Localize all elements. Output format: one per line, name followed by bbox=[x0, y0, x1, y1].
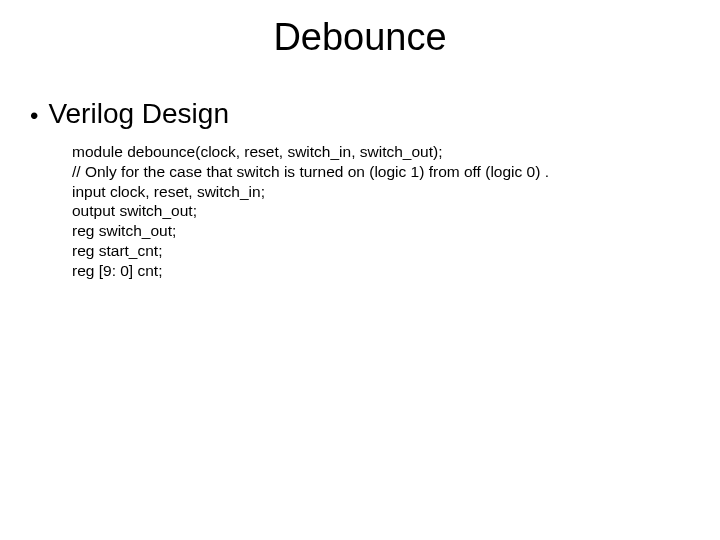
code-line: output switch_out; bbox=[72, 201, 549, 221]
code-block: module debounce(clock, reset, switch_in,… bbox=[72, 142, 549, 281]
code-line: module debounce(clock, reset, switch_in,… bbox=[72, 142, 549, 162]
code-line: reg start_cnt; bbox=[72, 241, 549, 261]
code-line: // Only for the case that switch is turn… bbox=[72, 162, 549, 182]
slide: Debounce •Verilog Design module debounce… bbox=[0, 0, 720, 540]
bullet-icon: • bbox=[30, 104, 38, 128]
code-line: reg [9: 0] cnt; bbox=[72, 261, 549, 281]
section-label: Verilog Design bbox=[48, 98, 229, 129]
section-heading: •Verilog Design bbox=[30, 98, 229, 130]
slide-title: Debounce bbox=[0, 16, 720, 59]
code-line: reg switch_out; bbox=[72, 221, 549, 241]
code-line: input clock, reset, switch_in; bbox=[72, 182, 549, 202]
